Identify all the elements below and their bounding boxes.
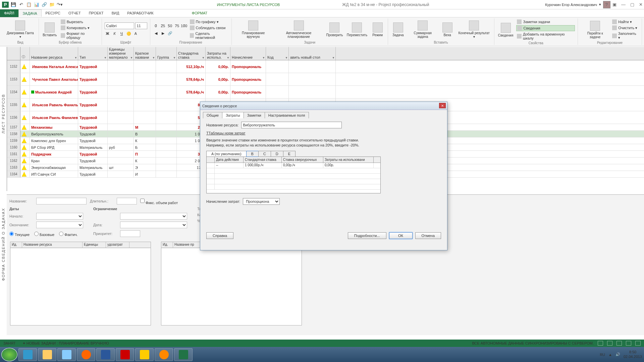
rate-tab-a[interactable]: A (по умолчанию)	[206, 151, 247, 157]
col-material[interactable]: Единицы измерени материало▼	[108, 47, 134, 60]
constraint-select[interactable]	[120, 213, 187, 220]
font-color-button[interactable]: A	[133, 31, 139, 37]
help-icon[interactable]: ?	[605, 2, 608, 7]
pct50[interactable]: 5̄0	[167, 23, 173, 29]
rate-tab-b[interactable]: B	[246, 151, 259, 157]
deliverable-button[interactable]: Конечный результат ▾	[457, 19, 491, 40]
dlg-tab-costs[interactable]: Затраты	[222, 112, 244, 118]
timeline-button[interactable]: Добавить на временную шкалу	[516, 32, 575, 41]
pct0[interactable]: 0̄	[153, 23, 159, 29]
view1-icon[interactable]	[598, 341, 603, 346]
qat-btn4[interactable]: 📊	[34, 2, 40, 8]
link-button[interactable]: 🔗	[167, 30, 173, 36]
italic-button[interactable]: К	[112, 31, 118, 37]
col-cost[interactable]: Затраты на использ.▼	[206, 47, 230, 60]
radio-actual[interactable]	[59, 232, 63, 236]
tb-project[interactable]	[174, 348, 193, 361]
status-newtasks[interactable]: ✦ НОВЫЕ ЗАДАЧИ : ПЛАНИРОВАНИЕ ВРУЧНУЮ	[22, 341, 109, 346]
outdent-button[interactable]: ◀	[153, 30, 159, 36]
details-button[interactable]: Подробности...	[348, 232, 386, 239]
table-row[interactable]: 1154Мыльников АндрейТрудовой578,64р./ч0,…	[7, 86, 644, 99]
col-code[interactable]: Код▼	[266, 47, 289, 60]
start-button[interactable]	[1, 348, 17, 361]
maximize-icon[interactable]: ▢	[630, 2, 634, 7]
tab-report[interactable]: ОТЧЕТ	[64, 9, 85, 17]
tray-flag-icon[interactable]: ▲	[608, 353, 612, 357]
font-name-select[interactable]	[105, 22, 134, 29]
view3-icon[interactable]	[616, 341, 622, 346]
by-graphic-button[interactable]: По графику ▾	[189, 19, 229, 24]
radio-current[interactable]	[9, 232, 14, 236]
tray-clock[interactable]: 8:50 02.04.2013	[624, 350, 642, 359]
tb-explorer[interactable]	[38, 348, 56, 361]
tab-view[interactable]: ВИД	[108, 9, 123, 17]
info-button[interactable]: Сведения	[497, 19, 515, 41]
constraint-date[interactable]	[120, 222, 187, 228]
font-size-select[interactable]	[135, 22, 147, 29]
details-button[interactable]: Сведения	[516, 25, 575, 31]
qat-undo-icon[interactable]: ↶	[18, 2, 24, 8]
fill-button[interactable]: Заполнить ▾	[611, 31, 639, 40]
qat-btn6[interactable]: 📁	[49, 2, 55, 8]
copy-button[interactable]: Копировать ▾	[60, 25, 99, 31]
rate-tab-d[interactable]: D	[271, 151, 283, 157]
tb-ie[interactable]	[18, 348, 37, 361]
tab-task[interactable]: ЗАДАЧА	[18, 9, 42, 17]
tab-developer[interactable]: РАЗРАБОТЧИК	[123, 9, 157, 17]
pct25[interactable]: 2̄5	[160, 23, 166, 29]
side-resources[interactable]: ЛИСТ РЕСУРСОВ	[1, 94, 5, 134]
underline-button[interactable]: Ч	[119, 31, 125, 37]
tab-project[interactable]: ПРОЕКТ	[85, 9, 108, 17]
rate-tab-c[interactable]: C	[258, 151, 271, 157]
scroll-task-button[interactable]: Перейти к задаче	[581, 19, 609, 40]
tab-format[interactable]: ФОРМАТ	[188, 9, 212, 17]
side-form[interactable]: ФОРМА СВЕДЕНИЙ О ЗАДАЧАХ	[1, 208, 5, 281]
col-group[interactable]: Группа▼	[156, 47, 177, 60]
form-name-input[interactable]	[36, 198, 87, 204]
fill-color-button[interactable]: 🟡	[126, 31, 132, 37]
resource-name-input[interactable]	[241, 122, 342, 128]
close-icon[interactable]: ✕	[639, 2, 643, 7]
ok-button[interactable]: ОК	[389, 232, 413, 239]
dlg-tab-notes[interactable]: Заметки	[244, 112, 265, 118]
col-type[interactable]: Тип▼	[78, 47, 108, 60]
pct100[interactable]: 10̄0	[181, 23, 187, 29]
tb-app1[interactable]	[57, 348, 76, 361]
end-select[interactable]	[36, 222, 83, 228]
tb-word[interactable]	[96, 348, 115, 361]
dlg-tab-custom[interactable]: Настраиваемые поля	[265, 112, 309, 118]
tray-lang[interactable]: RU	[600, 353, 605, 357]
radio-baseline[interactable]	[34, 232, 39, 236]
milestone-button[interactable]: Веха	[440, 19, 455, 40]
ribbon-collapse-icon[interactable]: ▣	[612, 2, 616, 7]
fixed-checkbox[interactable]	[140, 197, 145, 204]
inspect-button[interactable]: Проверить	[325, 19, 344, 40]
col-accrue[interactable]: Начисление▼	[230, 47, 266, 60]
start-select[interactable]	[36, 213, 83, 220]
accrue-select[interactable]: Пропорциона	[243, 198, 280, 205]
col-rate[interactable]: Стандартна ставка▼	[177, 47, 206, 60]
respect-links-button[interactable]: Соблюдать связи	[189, 25, 229, 31]
help-button[interactable]: Справка	[206, 232, 233, 239]
inactive-button[interactable]: Сделать неактивной	[189, 31, 229, 40]
notes-button[interactable]: Заметки задачи	[516, 19, 575, 24]
qat-redo-icon[interactable]: ↷▾	[57, 2, 63, 8]
bold-button[interactable]: Ж	[105, 31, 111, 37]
find-button[interactable]: Найти ▾	[611, 19, 639, 24]
paste-button[interactable]: Вставить	[42, 19, 58, 40]
col-add[interactable]: авить новый стол▼	[289, 47, 336, 60]
manual-plan-button[interactable]: Планирование вручную	[234, 19, 272, 40]
format-painter-button[interactable]: Формат по образцу	[60, 31, 99, 40]
dlg-tab-general[interactable]: Общие	[203, 112, 222, 118]
view5-icon[interactable]	[635, 341, 641, 346]
tb-acrobat[interactable]	[116, 348, 134, 361]
view4-icon[interactable]	[626, 341, 631, 346]
summary-button[interactable]: Суммарная задача	[408, 19, 438, 40]
col-name[interactable]: Название ресурса▼	[30, 47, 78, 60]
tb-app2[interactable]	[155, 348, 173, 361]
move-button[interactable]: Переместить	[346, 19, 368, 40]
table-row[interactable]: 1153Чучелов Павел АнатольевичТрудовой578…	[7, 73, 644, 86]
gantt-button[interactable]: Диаграмма Ганта ▾	[5, 19, 36, 40]
tb-outlook[interactable]	[135, 348, 154, 361]
tab-file[interactable]: ФАЙЛ	[0, 9, 18, 17]
